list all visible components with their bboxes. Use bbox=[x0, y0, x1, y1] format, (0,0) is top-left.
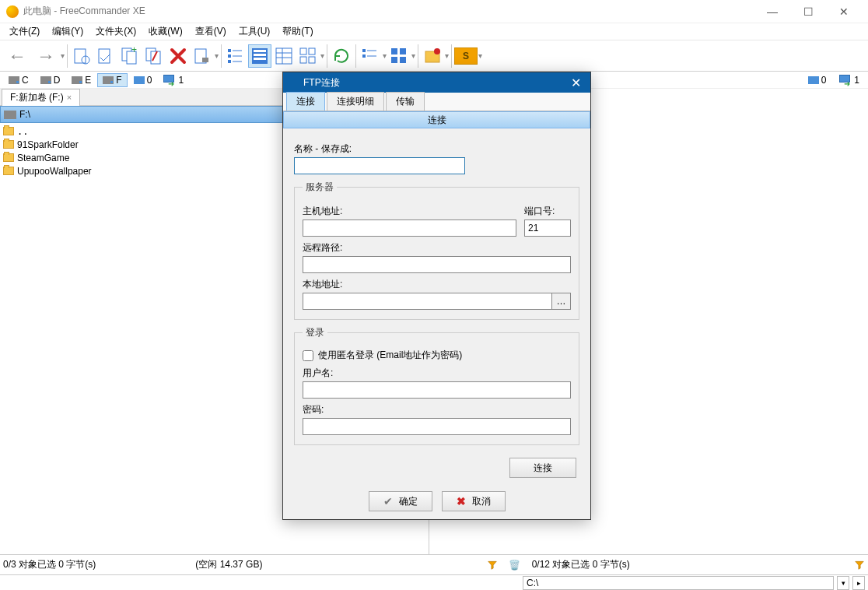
menu-edit[interactable]: 编辑(Y) bbox=[46, 23, 89, 40]
svg-rect-24 bbox=[300, 48, 306, 54]
drive-c[interactable]: C bbox=[3, 73, 34, 87]
tab-connection[interactable]: 连接 bbox=[286, 92, 325, 111]
toolbar-btn-1[interactable] bbox=[70, 44, 93, 68]
tab-transfer[interactable]: 传输 bbox=[386, 92, 425, 111]
svg-rect-12 bbox=[228, 60, 231, 63]
drive-net-right[interactable]: 0 bbox=[803, 73, 832, 87]
svg-rect-9 bbox=[202, 58, 208, 62]
svg-rect-10 bbox=[228, 49, 231, 52]
view-details-icon[interactable] bbox=[248, 44, 271, 68]
menu-view[interactable]: 查看(V) bbox=[189, 23, 233, 40]
dialog-title: FTP连接 bbox=[303, 76, 340, 90]
toolbar-btn-list[interactable] bbox=[359, 44, 382, 68]
drive-remote-left[interactable]: 1 bbox=[158, 73, 189, 87]
check-icon: ✔ bbox=[383, 495, 393, 507]
svg-rect-32 bbox=[391, 48, 397, 54]
filter-icon-right[interactable] bbox=[854, 560, 865, 571]
svg-rect-20 bbox=[276, 48, 292, 64]
minimize-button[interactable]: — bbox=[754, 0, 790, 23]
ok-button[interactable]: ✔确定 bbox=[369, 491, 432, 511]
username-input[interactable] bbox=[303, 381, 571, 399]
password-label: 密码: bbox=[303, 403, 571, 416]
view-thumbs-icon[interactable] bbox=[296, 44, 320, 68]
drive-f[interactable]: F bbox=[97, 73, 127, 87]
menu-bar: 文件(Z) 编辑(Y) 文件夹(X) 收藏(W) 查看(V) 工具(U) 帮助(… bbox=[0, 23, 868, 40]
cancel-button[interactable]: ✖取消 bbox=[442, 491, 506, 511]
login-fieldset: 登录 使用匿名登录 (Email地址作为密码) 用户名: 密码: bbox=[294, 326, 579, 445]
status-bar: 0/3 对象已选 0 字节(s) (空闲 14.37 GB) 🗑️ 0/12 对… bbox=[0, 554, 868, 574]
svg-rect-34 bbox=[391, 57, 397, 63]
dialog-titlebar[interactable]: FTP连接 ✕ bbox=[283, 72, 590, 93]
left-tab[interactable]: F:新加卷 (F:) × bbox=[2, 89, 80, 106]
close-button[interactable]: ✕ bbox=[826, 0, 862, 23]
remote-label: 远程路径: bbox=[303, 241, 571, 255]
nav-forward-button[interactable]: → bbox=[32, 45, 60, 67]
menu-tools[interactable]: 工具(U) bbox=[233, 23, 277, 40]
local-path-input[interactable] bbox=[303, 293, 552, 310]
left-status-selection: 0/3 对象已选 0 字节(s) bbox=[3, 558, 96, 571]
svg-rect-28 bbox=[362, 49, 366, 52]
password-input[interactable] bbox=[303, 418, 571, 435]
window-title: 此电脑 - FreeCommander XE bbox=[23, 5, 145, 18]
toolbar-btn-s[interactable]: S bbox=[454, 47, 478, 65]
right-status-selection: 0/12 对象已选 0 字节(s) bbox=[532, 558, 630, 571]
svg-rect-18 bbox=[254, 54, 266, 56]
svg-point-37 bbox=[434, 48, 440, 54]
browse-button[interactable]: … bbox=[552, 293, 571, 310]
dialog-close-icon[interactable]: ✕ bbox=[566, 76, 586, 90]
toolbar-btn-fav[interactable] bbox=[421, 44, 444, 68]
command-path[interactable]: C:\ bbox=[523, 576, 834, 590]
left-path: F:\ bbox=[19, 109, 30, 120]
toolbar-btn-4[interactable] bbox=[142, 44, 166, 68]
port-input[interactable] bbox=[524, 219, 571, 237]
dialog-tabs: 连接 连接明细 传输 bbox=[283, 93, 590, 111]
menu-help[interactable]: 帮助(T) bbox=[276, 23, 319, 40]
toolbar-btn-3[interactable]: + bbox=[118, 44, 142, 68]
drive-d[interactable]: D bbox=[35, 73, 66, 87]
toolbar-btn-tiles[interactable] bbox=[387, 44, 411, 68]
recycle-bin-icon[interactable]: 🗑️ bbox=[504, 554, 526, 576]
tab-close-icon[interactable]: × bbox=[67, 93, 72, 102]
command-bar: C:\ ▾ ▸ bbox=[0, 574, 868, 590]
view-list-icon[interactable] bbox=[272, 44, 296, 68]
server-legend: 服务器 bbox=[303, 181, 337, 194]
anonymous-checkbox[interactable] bbox=[303, 350, 313, 361]
svg-text:+: + bbox=[131, 47, 137, 55]
menu-fav[interactable]: 收藏(W) bbox=[142, 23, 188, 40]
name-input[interactable] bbox=[294, 157, 465, 174]
refresh-icon[interactable] bbox=[330, 44, 353, 68]
filter-icon[interactable] bbox=[487, 560, 498, 571]
drive-remote-right[interactable]: 1 bbox=[834, 73, 865, 87]
svg-rect-19 bbox=[254, 58, 266, 60]
dialog-icon bbox=[288, 77, 299, 88]
svg-rect-17 bbox=[254, 50, 266, 52]
folder-icon bbox=[3, 140, 14, 149]
drive-icon bbox=[4, 111, 16, 119]
cmd-run[interactable]: ▸ bbox=[852, 576, 865, 590]
toolbar-btn-6[interactable] bbox=[191, 44, 214, 68]
drive-net-left[interactable]: 0 bbox=[128, 73, 158, 87]
main-toolbar: ← → ▾ + ▾ ▾ ▾ ▾ ▾ S ▾ bbox=[0, 40, 868, 72]
toolbar-delete[interactable] bbox=[166, 44, 190, 68]
cmd-dropdown[interactable]: ▾ bbox=[837, 576, 849, 590]
left-status-free: (空闲 14.37 GB) bbox=[195, 558, 262, 571]
name-label: 名称 - 保存成: bbox=[294, 142, 579, 156]
ftp-dialog: FTP连接 ✕ 连接 连接明细 传输 连接 名称 - 保存成: 服务器 主机地址… bbox=[282, 72, 591, 520]
svg-rect-33 bbox=[400, 48, 406, 54]
connect-button[interactable]: 连接 bbox=[509, 458, 576, 478]
nav-back-button[interactable]: ← bbox=[3, 45, 31, 67]
folder-icon bbox=[3, 153, 14, 162]
host-label: 主机地址: bbox=[303, 205, 516, 218]
menu-folder[interactable]: 文件夹(X) bbox=[89, 23, 142, 40]
tab-label: F:新加卷 (F:) bbox=[10, 91, 64, 104]
menu-file[interactable]: 文件(Z) bbox=[3, 23, 46, 40]
tab-connection-detail[interactable]: 连接明细 bbox=[327, 92, 384, 111]
toolbar-btn-2[interactable] bbox=[94, 44, 117, 68]
view-tree-icon[interactable] bbox=[224, 44, 247, 68]
maximize-button[interactable]: ☐ bbox=[790, 0, 826, 23]
remote-path-input[interactable] bbox=[303, 256, 571, 273]
host-input[interactable] bbox=[303, 219, 516, 237]
drive-e[interactable]: E bbox=[66, 73, 96, 87]
x-icon: ✖ bbox=[457, 495, 466, 507]
server-fieldset: 服务器 主机地址: 端口号: 远程路径: 本地地址: … bbox=[294, 181, 579, 320]
